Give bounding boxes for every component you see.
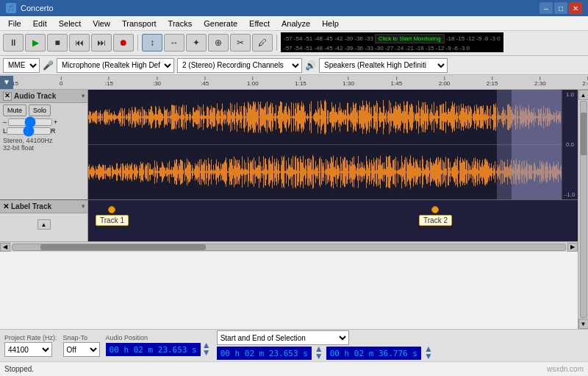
- scale-bot: -1.0: [564, 191, 576, 198]
- menu-tracks[interactable]: Tracks: [163, 18, 198, 29]
- label-marker-1: Track 1: [96, 206, 129, 226]
- app-icon: 🎵: [6, 3, 16, 13]
- mute-solo-row: Mute Solo: [0, 103, 87, 118]
- menu-bar: File Edit Select View Transport Tracks G…: [0, 16, 588, 31]
- ruler-content: -:150:15:30:451:001:151:301:452:002:152:…: [13, 75, 588, 89]
- project-rate-label: Project Rate (Hz):: [4, 334, 57, 341]
- label-track-name: Label Track: [11, 202, 79, 210]
- close-button[interactable]: ✕: [569, 2, 582, 14]
- tool-select[interactable]: ↕: [142, 34, 162, 52]
- selection-start-spinner[interactable]: ▲▼: [315, 346, 323, 360]
- vscroll-thumb[interactable]: [581, 113, 587, 156]
- selection-fields: 00 h 02 m 23.653 s ▲▼ 00 h 02 m 36.776 s…: [217, 346, 433, 360]
- selection-end-display: 00 h 02 m 36.776 s: [326, 347, 421, 360]
- selection-mode-select[interactable]: Start and End of Selection: [217, 330, 349, 345]
- minimize-button[interactable]: –: [539, 2, 553, 14]
- api-select[interactable]: MME: [3, 58, 40, 73]
- start-monitoring-button[interactable]: Click to Start Monitoring: [375, 34, 445, 43]
- audio-track-row: ✕ Audio Track ▾ Mute Solo – + L: [0, 90, 578, 200]
- snap-to-group: Snap-To Off: [63, 334, 100, 357]
- vscroll-up-button[interactable]: ▲: [578, 90, 589, 100]
- label-text-2: Track 2: [419, 215, 452, 226]
- selection-end-spinner[interactable]: ▲▼: [424, 346, 433, 360]
- menu-file[interactable]: File: [3, 18, 26, 29]
- label-track-close[interactable]: ✕: [3, 202, 9, 210]
- menu-select[interactable]: Select: [54, 18, 87, 29]
- tool-multi[interactable]: 🖊: [252, 34, 273, 52]
- audio-pos-field: 00 h 02 m 23.653 s ▲▼: [106, 342, 211, 356]
- tool-timeshift[interactable]: ✂: [230, 34, 251, 52]
- tool-zoom[interactable]: ⊕: [208, 34, 229, 52]
- mute-button[interactable]: Mute: [3, 104, 26, 116]
- track-info-bit: 32-bit float: [3, 144, 85, 152]
- scale-mid: 0.0: [564, 141, 576, 148]
- audio-track-arrow[interactable]: ▾: [82, 93, 85, 99]
- status-text: Stopped.: [4, 365, 34, 373]
- right-scrollbar: ▲ ▼: [578, 90, 588, 329]
- toolbar-separator-1: [137, 35, 138, 51]
- pan-row: L R: [0, 127, 87, 135]
- watermark: wsxdn.com: [547, 365, 584, 373]
- vscroll-down-button[interactable]: ▼: [578, 319, 589, 329]
- snap-to-select[interactable]: Off: [63, 342, 100, 357]
- hscroll-area: ◀ ▶: [0, 241, 578, 252]
- tool-draw[interactable]: ✦: [186, 34, 207, 52]
- maximize-button[interactable]: □: [554, 2, 567, 14]
- hscroll-thumb[interactable]: [40, 244, 207, 250]
- track-info: Stereo, 44100Hz 32-bit float: [0, 135, 87, 153]
- timeline-ruler: ▼ -:150:15:30:451:001:151:301:452:002:15…: [0, 75, 588, 90]
- label-track-arrow[interactable]: ▾: [82, 203, 85, 210]
- waveform-canvas: [88, 90, 578, 199]
- speaker-icon: 🔊: [305, 60, 316, 71]
- tool-envelope[interactable]: ↔: [164, 34, 184, 52]
- menu-help[interactable]: Help: [317, 18, 344, 29]
- menu-view[interactable]: View: [87, 18, 115, 29]
- hscroll-track: [12, 244, 566, 251]
- vscroll-track: [580, 101, 587, 318]
- pan-slider[interactable]: [7, 127, 51, 135]
- label-track-expand[interactable]: ▲: [37, 219, 51, 230]
- hscroll-left-button[interactable]: ◀: [0, 243, 10, 252]
- audio-track-close[interactable]: ✕: [3, 92, 12, 101]
- gain-minus-label: –: [3, 118, 7, 126]
- channels-select[interactable]: 2 (Stereo) Recording Channels: [177, 58, 302, 73]
- solo-button[interactable]: Solo: [29, 104, 51, 116]
- output-device-select[interactable]: Speakers (Realtek High Definiti: [319, 58, 448, 73]
- app-title: Concerto: [21, 4, 54, 13]
- ruler-arrow[interactable]: ▼: [0, 76, 13, 89]
- prev-button[interactable]: ⏮: [69, 34, 90, 52]
- label-pin-1: [108, 206, 115, 213]
- toolbar-area: ⏸ ▶ ■ ⏮ ⏭ ⏺ ↕ ↔ ✦ ⊕ ✂ 🖊 -57 -54 -51 -48 …: [0, 31, 588, 56]
- next-button[interactable]: ⏭: [91, 34, 112, 52]
- label-pin-2: [431, 206, 439, 213]
- audio-track-controls: ✕ Audio Track ▾ Mute Solo – + L: [0, 90, 88, 199]
- input-device-select[interactable]: Microphone (Realtek High Defini: [57, 58, 174, 73]
- audio-pos-group: Audio Position 00 h 02 m 23.653 s ▲▼: [106, 334, 211, 356]
- gain-plus-label: +: [54, 118, 57, 126]
- menu-transport[interactable]: Transport: [117, 18, 162, 29]
- project-rate-select[interactable]: 44100: [4, 342, 52, 357]
- record-button[interactable]: ⏺: [113, 34, 134, 52]
- microphone-icon: 🎤: [43, 60, 54, 71]
- audio-position-display: 00 h 02 m 23.653 s: [106, 343, 201, 356]
- hscroll-right-button[interactable]: ▶: [567, 243, 578, 252]
- stop-button[interactable]: ■: [47, 34, 68, 52]
- audio-pos-label: Audio Position: [106, 334, 211, 341]
- menu-analyze[interactable]: Analyze: [276, 18, 315, 29]
- menu-effect[interactable]: Effect: [244, 18, 275, 29]
- label-marker-2: Track 2: [419, 206, 452, 226]
- menu-generate[interactable]: Generate: [198, 18, 243, 29]
- device-toolbar: MME 🎤 Microphone (Realtek High Defini 2 …: [0, 56, 588, 75]
- label-track-content[interactable]: Track 1 Track 2: [88, 200, 578, 241]
- audio-pos-spinner[interactable]: ▲▼: [202, 342, 211, 356]
- audio-track-header: ✕ Audio Track ▾: [0, 90, 87, 103]
- menu-edit[interactable]: Edit: [28, 18, 52, 29]
- play-button[interactable]: ▶: [25, 34, 46, 52]
- track-section: ✕ Audio Track ▾ Mute Solo – + L: [0, 90, 588, 329]
- status-bar: Stopped. wsxdn.com: [0, 361, 588, 376]
- title-bar: 🎵 Concerto – □ ✕: [0, 0, 588, 16]
- pause-button[interactable]: ⏸: [3, 34, 24, 52]
- label-track-header: ✕ Label Track ▾: [0, 200, 87, 213]
- selection-group: Start and End of Selection 00 h 02 m 23.…: [217, 330, 433, 360]
- audio-waveform[interactable]: 1.0 0.0 -1.0: [88, 90, 578, 199]
